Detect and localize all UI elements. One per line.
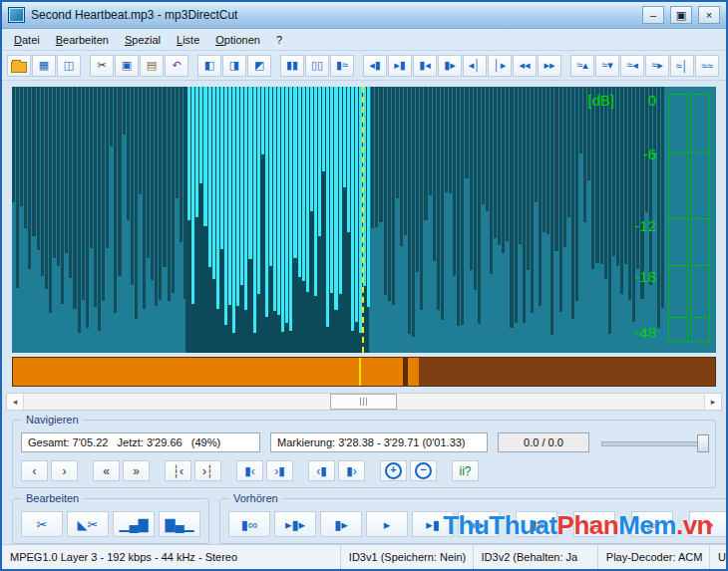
goto-selstart-button[interactable]: ‹▮ (308, 460, 335, 481)
waveform-bar (82, 87, 85, 300)
waveform-bar (310, 87, 313, 211)
db-label: -12 (634, 217, 656, 234)
waveform-bar (131, 87, 134, 285)
loop-play-button[interactable]: ▮∞ (228, 511, 270, 537)
show-spectrum-button[interactable]: ▮≈ (330, 55, 354, 77)
step-back-button[interactable]: ‹ (21, 460, 48, 481)
scroll-left-button[interactable]: ◂ (7, 394, 24, 410)
level-meter-right (691, 94, 711, 343)
cue-next-button[interactable]: ≈▸ (645, 55, 669, 77)
waveform-bar (253, 87, 256, 333)
waveform-bar (232, 87, 235, 333)
position-slider[interactable] (599, 433, 707, 451)
auto-cue-button[interactable]: ≈≈ (695, 55, 719, 77)
meter-tick (669, 151, 687, 152)
status-uc: UC (710, 545, 726, 569)
zoom-in-button[interactable]: + (380, 460, 407, 481)
play-selection-button[interactable]: ▸ (366, 511, 408, 537)
waveform-bar (486, 87, 489, 211)
close-button[interactable]: × (698, 6, 720, 24)
waveform-bar (24, 87, 27, 228)
nudge-left-button[interactable]: ◂│ (463, 55, 487, 77)
menu-item-spezial[interactable]: Spezial (117, 32, 169, 48)
waveform-bar (248, 87, 251, 259)
selend-left-button[interactable]: ▮◂ (413, 55, 437, 77)
copy-button[interactable]: ▣ (115, 55, 139, 77)
waveform-bar (49, 87, 52, 313)
fade-in-button[interactable]: ▁▄▇ (113, 511, 155, 537)
menu-item-optionen[interactable]: Optionen (207, 32, 268, 48)
menu-item-liste[interactable]: Liste (169, 32, 207, 48)
waveform-bar (114, 87, 117, 313)
big-step-left-button[interactable]: ◂◂ (513, 55, 537, 77)
waveform-bar (20, 87, 23, 206)
save-selection-button[interactable]: ◫ (57, 55, 81, 77)
file-properties-button[interactable]: ◧ (197, 55, 221, 77)
thumb-grip (363, 398, 364, 406)
waveform-bar (457, 87, 460, 326)
waveform-bar (199, 87, 202, 183)
nudge-right-button[interactable]: │▸ (488, 55, 512, 77)
zoom-out-button[interactable]: − (410, 460, 437, 481)
id3-tag-editor-button[interactable]: ◨ (222, 55, 246, 77)
fade-out-button[interactable]: ▇▄▁ (159, 511, 200, 537)
paste-button[interactable]: ▤ (140, 55, 164, 77)
waveform-bar (445, 87, 448, 192)
menu-item-?[interactable]: ? (268, 32, 290, 48)
meter-tick (692, 265, 710, 266)
gain-down-button[interactable]: ≈▾ (595, 55, 619, 77)
undo-button[interactable]: ↶ (165, 55, 188, 77)
menu-item-bearbeiten[interactable]: Bearbeiten (48, 32, 117, 48)
trim-selection-button[interactable]: ◣✂ (67, 511, 109, 537)
minimize-button[interactable]: – (642, 6, 664, 24)
gain-up-button[interactable]: ≈▴ (570, 55, 594, 77)
selend-to-cursor-button[interactable]: ›▮ (266, 460, 293, 481)
prev-cue-button[interactable]: ┆‹ (165, 460, 191, 481)
jump-forward-button[interactable]: » (123, 460, 150, 481)
play-over-cut-button[interactable]: ▸▮▸ (274, 511, 316, 537)
level-meter (668, 94, 710, 343)
db-label: [dB] (587, 92, 614, 109)
maximize-button[interactable]: ▣ (670, 6, 692, 24)
play-from-selstart-button[interactable]: ▮▸ (320, 511, 362, 537)
step-forward-button[interactable]: › (51, 460, 78, 481)
scrollbar-thumb[interactable] (330, 394, 397, 410)
vu-meter-button[interactable]: ii? (452, 460, 479, 481)
slider-thumb[interactable] (697, 434, 709, 452)
show-level-button[interactable]: ▮▮ (280, 55, 304, 77)
waveform-bar (375, 87, 378, 227)
next-cue-button[interactable]: ›┆ (194, 460, 221, 481)
selstart-right-button[interactable]: ▸▮ (388, 55, 412, 77)
waveform-bar (273, 87, 276, 311)
save-button[interactable]: ▦ (32, 55, 56, 77)
menu-item-datei[interactable]: Datei (6, 32, 48, 48)
position-segment (408, 358, 419, 386)
selstart-left-button[interactable]: ◂▮ (363, 55, 387, 77)
jump-back-button[interactable]: « (93, 460, 120, 481)
selstart-to-cursor-button[interactable]: ▮‹ (236, 460, 263, 481)
cut-selection-button[interactable]: ✂ (21, 511, 63, 537)
cue-prev-button[interactable]: ≈◂ (620, 55, 644, 77)
total-and-current-time-field: Gesamt: 7'05.22 Jetzt: 3'29.66 (49%) (21, 432, 260, 452)
open-button[interactable] (7, 55, 31, 77)
waveform-bar (45, 87, 48, 289)
waveform-bar (28, 87, 31, 269)
scrollbar-track[interactable] (24, 394, 704, 410)
cue-list-button[interactable]: ◩ (247, 55, 271, 77)
big-step-right-button[interactable]: ▸▸ (538, 55, 561, 77)
waveform-bar (339, 87, 342, 294)
status-format-info: MPEG1.0 Layer 3 - 192 kbps - 44 kHz - St… (2, 545, 341, 569)
scroll-right-button[interactable]: ▸ (704, 394, 721, 410)
waveform-bar (490, 87, 493, 274)
show-frames-button[interactable]: ▯▯ (305, 55, 329, 77)
horizontal-scrollbar[interactable]: ◂ ▸ (6, 393, 722, 411)
waveform-bar (102, 87, 105, 301)
set-cue-button[interactable]: ≈│ (670, 55, 694, 77)
waveform-panel[interactable]: [dB]0-6-12-18-48 (12, 87, 716, 353)
position-bar[interactable] (12, 357, 716, 387)
selend-right-button[interactable]: ▮▸ (438, 55, 462, 77)
goto-selend-button[interactable]: ▮› (338, 460, 365, 481)
waveform-bar (494, 87, 497, 238)
waveform-bar (41, 87, 44, 276)
cut-button[interactable]: ✂ (90, 55, 114, 77)
